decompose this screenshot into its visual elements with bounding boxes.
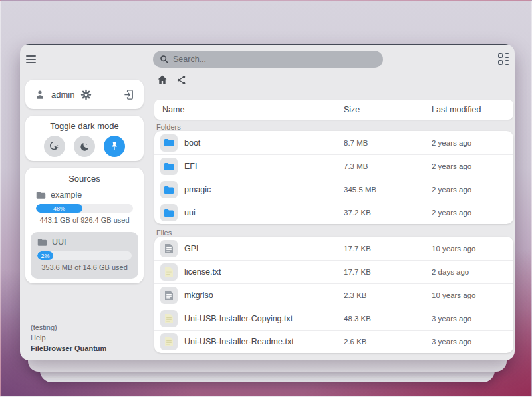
item-size: 8.7 MB — [344, 139, 432, 147]
file-row[interactable]: license.txt 17.7 KB 2 days ago — [154, 260, 513, 283]
search-bar[interactable] — [153, 51, 383, 68]
folder-row[interactable]: uui 37.2 KB 2 years ago — [154, 201, 513, 224]
text-file-icon — [160, 263, 178, 281]
folder-row[interactable]: EFI 7.3 MB 2 years ago — [154, 154, 513, 178]
item-name: Uni-USB-Installer-Readme.txt — [184, 337, 294, 346]
menu-toggle-button[interactable] — [26, 54, 39, 65]
dark-mode-label: Toggle dark mode — [25, 121, 144, 131]
file-row[interactable]: Uni-USB-Installer-Readme.txt 2.6 KB 3 ye… — [154, 330, 513, 353]
folder-icon — [37, 238, 47, 247]
sidebar-footer: (testing) Help FileBrowser Quantum — [31, 322, 106, 354]
view-mode-grid-button[interactable] — [498, 53, 510, 65]
column-name[interactable]: Name — [154, 105, 344, 114]
item-name: uui — [184, 208, 196, 217]
home-icon — [157, 74, 168, 85]
item-modified: 2 years ago — [432, 186, 513, 194]
version-label: (testing) — [31, 322, 106, 332]
sources-title: Sources — [25, 168, 144, 184]
file-row[interactable]: GPL 17.7 KB 10 years ago — [154, 237, 513, 260]
item-modified: 2 days ago — [432, 268, 513, 276]
text-file-icon — [160, 310, 178, 327]
item-name: pmagic — [184, 185, 211, 194]
item-name: GPL — [184, 244, 201, 253]
source-item-uui[interactable]: UUI 2% 353.6 MB of 14.6 GB used — [31, 232, 138, 279]
folder-icon — [36, 191, 46, 199]
item-size: 7.3 MB — [344, 162, 432, 170]
item-modified: 3 years ago — [432, 338, 513, 346]
item-modified: 10 years ago — [432, 291, 513, 299]
help-link[interactable]: Help — [31, 332, 106, 343]
cursor-click-icon — [49, 140, 61, 152]
column-modified[interactable]: Last modified — [432, 105, 513, 114]
item-modified: 2 years ago — [432, 162, 513, 170]
file-row[interactable]: mkgriso 2.3 KB 10 years ago — [154, 283, 513, 307]
item-name: mkgriso — [184, 291, 213, 300]
item-modified: 3 years ago — [432, 315, 513, 323]
breadcrumb — [156, 73, 188, 86]
folder-icon — [160, 134, 178, 152]
pin-theme-button[interactable] — [104, 136, 125, 157]
user-card: admin — [25, 80, 144, 109]
folder-row[interactable]: pmagic 345.5 MB 2 years ago — [154, 178, 513, 201]
dark-mode-card: Toggle dark mode — [25, 116, 144, 161]
file-row[interactable]: Uni-USB-Installer-Copying.txt 48.3 KB 3 … — [154, 307, 513, 330]
username-label: admin — [51, 90, 74, 100]
share-button[interactable] — [174, 73, 188, 86]
item-size: 345.5 MB — [344, 186, 432, 194]
search-icon — [160, 55, 169, 64]
auto-theme-button[interactable] — [44, 136, 65, 157]
item-size: 2.3 KB — [344, 291, 432, 299]
app-brand-link[interactable]: FileBrowser Quantum — [31, 343, 106, 354]
item-modified: 2 years ago — [432, 139, 513, 147]
dark-theme-button[interactable] — [74, 136, 95, 157]
folders-section-label: Folders — [156, 123, 181, 131]
item-size: 48.3 KB — [344, 315, 432, 323]
document-icon — [160, 287, 178, 304]
item-modified: 2 years ago — [432, 209, 513, 217]
settings-button[interactable] — [80, 89, 92, 100]
source-item-example[interactable]: example — [36, 190, 133, 199]
item-name: license.txt — [184, 267, 221, 277]
folders-list: boot 8.7 MB 2 years ago EFI 7.3 MB 2 yea… — [154, 131, 513, 224]
pushpin-icon — [109, 141, 120, 152]
document-icon — [160, 240, 178, 257]
item-size: 17.7 KB — [344, 268, 432, 276]
usage-progress-track: 48% — [36, 204, 133, 213]
desktop-background: admin — [0, 0, 532, 397]
usage-text: 353.6 MB of 14.6 GB used — [31, 263, 138, 271]
files-section-label: Files — [156, 229, 172, 237]
usage-progress-track: 2% — [37, 251, 132, 260]
sources-card: Sources example 48% 443.1 GB of 926.4 GB… — [25, 168, 144, 283]
usage-progress-fill: 48% — [36, 204, 82, 213]
source-name: example — [51, 190, 82, 199]
logout-button[interactable] — [123, 89, 134, 100]
moon-icon — [79, 141, 90, 152]
search-input[interactable] — [173, 55, 376, 64]
source-name: UUI — [52, 237, 66, 247]
filebrowser-window: admin — [20, 44, 515, 360]
folder-icon — [160, 158, 178, 175]
folder-icon — [160, 181, 178, 198]
user-icon — [35, 89, 45, 100]
gear-icon — [80, 89, 92, 100]
listing-header: Name Size Last modified — [154, 100, 513, 120]
item-size: 37.2 KB — [344, 209, 432, 217]
usage-progress-fill: 2% — [37, 251, 53, 260]
item-name: boot — [184, 138, 200, 148]
logout-icon — [123, 89, 134, 100]
item-size: 2.6 KB — [344, 338, 432, 346]
usage-text: 443.1 GB of 926.4 GB used — [25, 216, 144, 224]
item-size: 17.7 KB — [344, 245, 432, 253]
share-icon — [176, 75, 186, 85]
item-name: EFI — [184, 162, 197, 171]
folder-row[interactable]: boot 8.7 MB 2 years ago — [154, 131, 513, 154]
item-modified: 10 years ago — [432, 245, 513, 253]
item-name: Uni-USB-Installer-Copying.txt — [184, 314, 293, 323]
text-file-icon — [160, 333, 178, 350]
home-button[interactable] — [156, 73, 169, 86]
files-list: GPL 17.7 KB 10 years ago license.txt 17.… — [154, 237, 513, 353]
column-size[interactable]: Size — [344, 105, 432, 114]
folder-icon — [160, 204, 178, 221]
